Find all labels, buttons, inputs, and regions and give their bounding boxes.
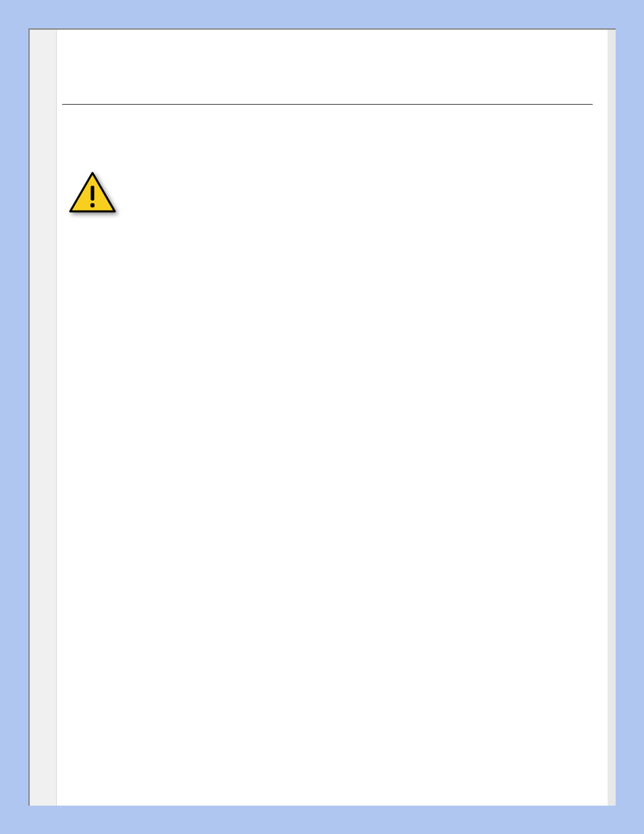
- left-gutter: [30, 30, 57, 806]
- page-wrapper: [28, 28, 616, 806]
- header-divider: [62, 104, 593, 105]
- svg-point-2: [90, 203, 95, 207]
- page-frame: [19, 19, 625, 815]
- warning-icon: [68, 171, 117, 215]
- warning-icon-block: [68, 171, 598, 218]
- svg-rect-1: [90, 186, 94, 201]
- content-area: [57, 30, 608, 806]
- right-gutter: [608, 30, 616, 806]
